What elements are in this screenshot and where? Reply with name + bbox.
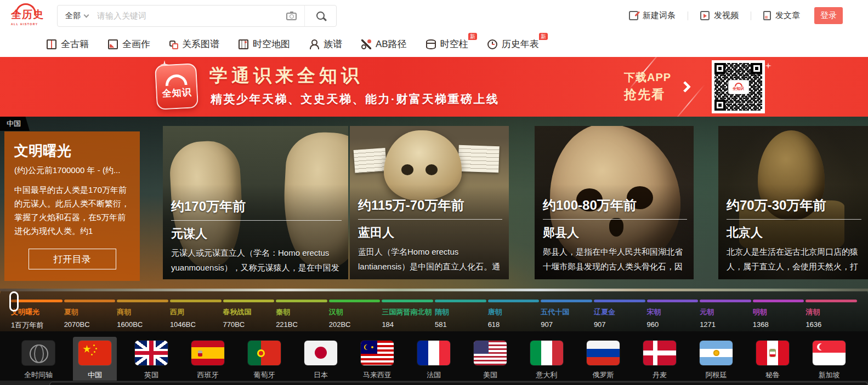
timeline-period[interactable]: 辽夏金 907 [594,300,645,330]
nav-items: 全古籍 全画作 关系图谱 时空地图 族谱 AB路径 时空柱 新 历史年表 新 [47,38,539,50]
timeline-period-bar [541,300,592,302]
country-flag-icon [248,341,281,365]
country-item-it[interactable]: 意大利 [525,337,569,383]
new-badge: 新 [539,33,548,40]
timeline-period[interactable]: 夏朝 2070BC [64,300,116,330]
nav-item-icon [487,39,497,49]
timeline-period[interactable]: 明朝 1368 [753,300,804,330]
timeline-period[interactable]: 西周 1046BC [170,300,222,330]
country-item-sg[interactable]: 新加坡 [807,337,851,383]
country-item-pt[interactable]: 葡萄牙 [242,337,286,383]
timeline-period-bar [11,300,63,302]
nav-item-5[interactable]: 族谱 [309,38,342,50]
country-item-es[interactable]: 西班牙 [186,337,230,383]
timeline-period[interactable]: 隋朝 581 [435,300,486,330]
country-item-fr[interactable]: 法国 [412,337,456,383]
bottom-strip [0,381,868,385]
timeline-period[interactable]: 宋朝 960 [647,300,699,330]
country-item-globe[interactable]: 全时间轴 [16,337,60,383]
person-card-yuanmou[interactable]: 约170万年前 元谋人 元谋人或元谋直立人（学名：Homo erectus yu… [163,126,348,279]
app-logo[interactable]: 全历史 ALL HISTORY [11,8,46,26]
timeline-minimap[interactable] [0,289,868,291]
nav-item-icon [108,39,118,49]
country-flag-icon [813,341,846,365]
country-flag-icon [530,341,563,365]
card-description: 元谋人或元谋直立人（学名：Homo erectus yuanmouensis），… [171,245,342,275]
country-flag-icon [700,341,733,365]
timeline-period[interactable]: 三国两晋南北朝 184 [382,300,433,330]
country-flag-icon [417,341,450,365]
video-icon [700,11,710,20]
banner-subtitle: 精英少年天梯、文史天梯、能力·财富天梯重磅上线 [211,91,500,107]
nav-item-7[interactable]: 时空柱 新 [426,38,468,50]
timeline-period-bar [753,300,804,302]
person-card-lantian[interactable]: 约115万-70万年前 蓝田人 蓝田人（学名Homo erectus lanti… [350,126,509,279]
timeline-period[interactable]: 唐朝 618 [488,300,540,330]
country-flag-icon [191,341,224,365]
new-entry-button[interactable]: 新建词条 [629,10,676,21]
search-category-select[interactable]: 全部 [58,11,92,21]
new-badge: 新 [468,33,477,40]
timeline-period[interactable]: 秦朝 221BC [276,300,327,330]
timeline-period-bar [805,300,857,302]
search-button[interactable] [304,5,336,26]
country-item-gb[interactable]: 英国 [129,337,173,383]
post-video-button[interactable]: 发视频 [700,10,739,21]
timeline-period[interactable]: 五代十国 907 [541,300,592,330]
timeline-period[interactable]: 元朝 1271 [700,300,751,330]
nav-item-2[interactable]: 全画作 [108,38,150,50]
chevron-down-icon [84,12,89,18]
camera-icon[interactable] [286,13,297,20]
login-button[interactable]: 登录 [814,7,843,24]
nav-item-icon [361,39,371,49]
card-name: 元谋人 [171,226,342,242]
timeline-period[interactable]: 清朝 1636 [805,300,857,330]
timeline-period-bar [276,300,327,302]
timeline-period[interactable]: 文明曙光 1百万年前 [11,300,63,330]
card-name: 蓝田人 [358,225,502,241]
open-catalog-button[interactable]: 打开目录 [29,249,116,269]
country-item-ar[interactable]: 阿根廷 [694,337,738,383]
timeline-period[interactable]: 春秋战国 770BC [223,300,275,330]
nav-item-8[interactable]: 历史年表 新 [487,38,539,50]
timeline-period-bar [594,300,645,302]
timeline-period[interactable]: 商朝 1600BC [117,300,168,330]
timeline-slider[interactable] [9,291,19,312]
nav-item-1[interactable]: 全古籍 [47,38,89,50]
nav-item-4[interactable]: 时空地图 [239,38,290,50]
feature-card-civilization-dawn[interactable]: 文明曙光 (约)公元前1700000 年 - (约... 中国最早的古人类是17… [4,131,140,281]
feature-date-range: (约)公元前1700000 年 - (约... [14,165,130,176]
timeline-period-bar [435,300,486,302]
country-selector: 全时间轴 中国 英国 西班牙 葡萄牙 日本 马来西亚 法国 美国 意大利 俄罗斯… [0,331,868,381]
promo-banner[interactable]: 全知识 学通识来全知识 精英少年天梯、文史天梯、能力·财富天梯重磅上线 下载AP… [0,57,868,117]
nav-item-icon [169,41,175,47]
country-item-ru[interactable]: 俄罗斯 [581,337,625,383]
country-item-cn[interactable]: 中国 [73,337,117,383]
country-item-jp[interactable]: 日本 [299,337,343,383]
timeline-period-bar [64,300,116,302]
qr-code: 全知识 [712,60,765,113]
nav-item-icon [426,39,436,49]
divider [688,12,688,20]
header-actions: 新建词条 发视频 发文章 登录 [629,7,843,24]
timeline-period[interactable]: 汉朝 202BC [329,300,381,330]
download-app-button[interactable]: 下载APP 抢先看 [624,70,689,103]
timeline-period-bar [647,300,699,302]
card-description: 北京人是生活在远古北京周口店的猿人，属于直立人，会使用天然火，打制工具（石器）。 [727,244,861,275]
post-article-button[interactable]: 发文章 [763,10,800,21]
country-item-pl[interactable]: 波兰 [864,337,868,383]
country-item-dk[interactable]: 丹麦 [638,337,682,383]
person-card-yunxian[interactable]: 约100-80万年前 郧县人 郧县人，是指在中华人民共和国湖北省十堰市郧县发现的… [535,126,694,279]
search-category-value: 全部 [65,11,81,21]
country-item-us[interactable]: 美国 [468,337,512,383]
app-icon-arc [165,73,188,85]
divider [751,12,751,20]
search-input[interactable] [92,11,284,20]
country-item-my[interactable]: 马来西亚 [355,337,399,383]
nav-item-6[interactable]: AB路径 [361,38,407,50]
sparkle-star-icon [765,62,771,69]
nav-bar: 全古籍 全画作 关系图谱 时空地图 族谱 AB路径 时空柱 新 历史年表 新 [0,31,868,57]
nav-item-3[interactable]: 关系图谱 [169,38,219,50]
country-item-pe[interactable]: 秘鲁 [751,337,795,383]
person-card-peking[interactable]: 约70万-30万年前 北京人 北京人是生活在远古北京周口店的猿人，属于直立人，会… [718,126,868,279]
